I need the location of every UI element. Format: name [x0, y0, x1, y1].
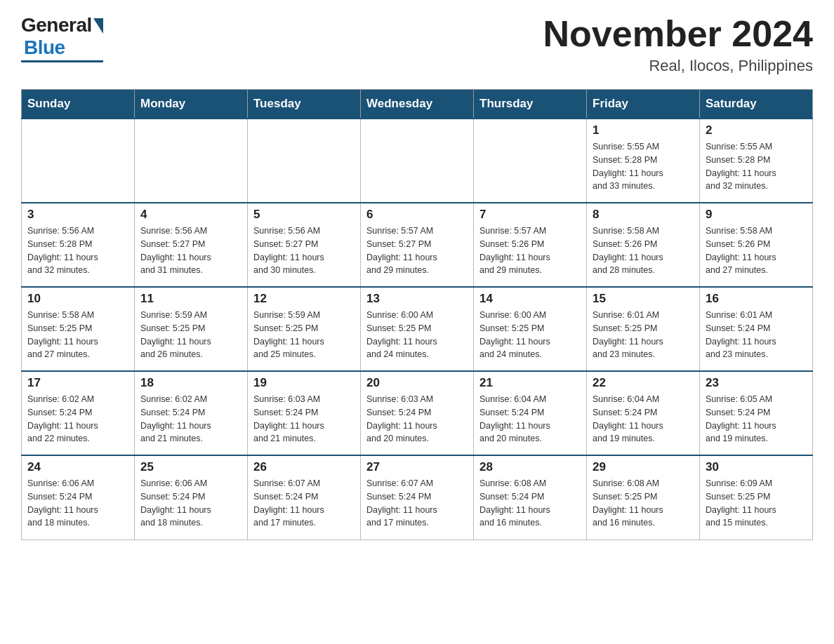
calendar-cell: 7Sunrise: 5:57 AMSunset: 5:26 PMDaylight… — [474, 203, 587, 287]
calendar-header-row: SundayMondayTuesdayWednesdayThursdayFrid… — [22, 90, 813, 119]
calendar-cell: 20Sunrise: 6:03 AMSunset: 5:24 PMDayligh… — [361, 371, 474, 455]
day-info: Sunrise: 6:07 AMSunset: 5:24 PMDaylight:… — [366, 477, 468, 530]
day-info: Sunrise: 6:01 AMSunset: 5:25 PMDaylight:… — [593, 309, 694, 361]
column-header-monday: Monday — [135, 90, 248, 119]
logo: General Blue — [21, 14, 103, 62]
calendar-cell: 3Sunrise: 5:56 AMSunset: 5:28 PMDaylight… — [22, 203, 135, 287]
logo-underline — [21, 60, 103, 62]
day-number: 6 — [366, 208, 468, 222]
day-number: 8 — [593, 208, 694, 222]
calendar-cell: 16Sunrise: 6:01 AMSunset: 5:24 PMDayligh… — [700, 287, 813, 371]
calendar-cell: 2Sunrise: 5:55 AMSunset: 5:28 PMDaylight… — [700, 119, 813, 203]
calendar-cell: 18Sunrise: 6:02 AMSunset: 5:24 PMDayligh… — [135, 371, 248, 455]
calendar-cell: 22Sunrise: 6:04 AMSunset: 5:24 PMDayligh… — [587, 371, 700, 455]
day-info: Sunrise: 5:59 AMSunset: 5:25 PMDaylight:… — [140, 309, 241, 361]
day-number: 13 — [366, 292, 468, 306]
calendar-cell: 13Sunrise: 6:00 AMSunset: 5:25 PMDayligh… — [361, 287, 474, 371]
day-info: Sunrise: 6:02 AMSunset: 5:24 PMDaylight:… — [27, 393, 128, 445]
day-number: 28 — [479, 460, 581, 474]
day-info: Sunrise: 6:00 AMSunset: 5:25 PMDaylight:… — [479, 309, 581, 361]
calendar-cell: 9Sunrise: 5:58 AMSunset: 5:26 PMDaylight… — [700, 203, 813, 287]
calendar-cell: 11Sunrise: 5:59 AMSunset: 5:25 PMDayligh… — [135, 287, 248, 371]
day-number: 21 — [479, 376, 581, 390]
day-number: 27 — [366, 460, 468, 474]
calendar-cell: 6Sunrise: 5:57 AMSunset: 5:27 PMDaylight… — [361, 203, 474, 287]
page-header: General Blue November 2024 Real, Ilocos,… — [21, 14, 813, 75]
day-info: Sunrise: 5:56 AMSunset: 5:27 PMDaylight:… — [253, 224, 355, 277]
calendar-cell — [248, 119, 361, 203]
calendar-cell: 25Sunrise: 6:06 AMSunset: 5:24 PMDayligh… — [135, 455, 248, 539]
title-section: November 2024 Real, Ilocos, Philippines — [543, 14, 813, 75]
column-header-sunday: Sunday — [22, 90, 135, 119]
day-info: Sunrise: 5:58 AMSunset: 5:26 PMDaylight:… — [593, 224, 694, 277]
day-info: Sunrise: 6:00 AMSunset: 5:25 PMDaylight:… — [366, 309, 468, 361]
calendar-cell: 26Sunrise: 6:07 AMSunset: 5:24 PMDayligh… — [248, 455, 361, 539]
calendar-title: November 2024 — [543, 14, 813, 54]
calendar-cell: 21Sunrise: 6:04 AMSunset: 5:24 PMDayligh… — [474, 371, 587, 455]
day-number: 2 — [706, 123, 807, 137]
calendar-cell: 10Sunrise: 5:58 AMSunset: 5:25 PMDayligh… — [22, 287, 135, 371]
day-info: Sunrise: 6:09 AMSunset: 5:25 PMDaylight:… — [706, 477, 807, 530]
day-number: 1 — [593, 123, 694, 137]
day-number: 18 — [140, 376, 241, 390]
day-info: Sunrise: 5:55 AMSunset: 5:28 PMDaylight:… — [593, 140, 694, 193]
day-info: Sunrise: 6:06 AMSunset: 5:24 PMDaylight:… — [27, 477, 128, 530]
logo-general-text: General — [21, 14, 92, 36]
week-row-2: 3Sunrise: 5:56 AMSunset: 5:28 PMDaylight… — [22, 203, 813, 287]
calendar-table: SundayMondayTuesdayWednesdayThursdayFrid… — [21, 89, 813, 540]
calendar-cell — [135, 119, 248, 203]
day-number: 12 — [253, 292, 355, 306]
calendar-cell: 28Sunrise: 6:08 AMSunset: 5:24 PMDayligh… — [474, 455, 587, 539]
day-info: Sunrise: 6:08 AMSunset: 5:24 PMDaylight:… — [479, 477, 581, 530]
day-info: Sunrise: 5:57 AMSunset: 5:27 PMDaylight:… — [366, 224, 468, 277]
day-info: Sunrise: 6:04 AMSunset: 5:24 PMDaylight:… — [593, 393, 694, 445]
calendar-subtitle: Real, Ilocos, Philippines — [543, 57, 813, 75]
column-header-saturday: Saturday — [700, 90, 813, 119]
day-number: 9 — [706, 208, 807, 222]
calendar-cell: 24Sunrise: 6:06 AMSunset: 5:24 PMDayligh… — [22, 455, 135, 539]
day-number: 15 — [593, 292, 694, 306]
day-number: 3 — [27, 208, 128, 222]
day-info: Sunrise: 5:59 AMSunset: 5:25 PMDaylight:… — [253, 309, 355, 361]
calendar-cell: 15Sunrise: 6:01 AMSunset: 5:25 PMDayligh… — [587, 287, 700, 371]
calendar-cell: 23Sunrise: 6:05 AMSunset: 5:24 PMDayligh… — [700, 371, 813, 455]
day-number: 26 — [253, 460, 355, 474]
day-number: 4 — [140, 208, 241, 222]
day-number: 29 — [593, 460, 694, 474]
day-number: 24 — [27, 460, 128, 474]
logo-blue-text: Blue — [24, 36, 65, 59]
day-number: 7 — [479, 208, 581, 222]
calendar-cell: 14Sunrise: 6:00 AMSunset: 5:25 PMDayligh… — [474, 287, 587, 371]
day-number: 5 — [253, 208, 355, 222]
day-number: 17 — [27, 376, 128, 390]
calendar-cell: 17Sunrise: 6:02 AMSunset: 5:24 PMDayligh… — [22, 371, 135, 455]
day-info: Sunrise: 5:58 AMSunset: 5:25 PMDaylight:… — [27, 309, 128, 361]
week-row-1: 1Sunrise: 5:55 AMSunset: 5:28 PMDaylight… — [22, 119, 813, 203]
day-info: Sunrise: 5:56 AMSunset: 5:28 PMDaylight:… — [27, 224, 128, 277]
day-info: Sunrise: 6:01 AMSunset: 5:24 PMDaylight:… — [706, 309, 807, 361]
day-info: Sunrise: 5:56 AMSunset: 5:27 PMDaylight:… — [140, 224, 241, 277]
day-info: Sunrise: 6:08 AMSunset: 5:25 PMDaylight:… — [593, 477, 694, 530]
day-number: 14 — [479, 292, 581, 306]
calendar-cell: 4Sunrise: 5:56 AMSunset: 5:27 PMDaylight… — [135, 203, 248, 287]
day-number: 22 — [593, 376, 694, 390]
calendar-cell: 29Sunrise: 6:08 AMSunset: 5:25 PMDayligh… — [587, 455, 700, 539]
calendar-cell — [474, 119, 587, 203]
column-header-thursday: Thursday — [474, 90, 587, 119]
day-info: Sunrise: 6:04 AMSunset: 5:24 PMDaylight:… — [479, 393, 581, 445]
calendar-cell — [22, 119, 135, 203]
day-info: Sunrise: 5:58 AMSunset: 5:26 PMDaylight:… — [706, 224, 807, 277]
calendar-cell — [361, 119, 474, 203]
day-info: Sunrise: 6:02 AMSunset: 5:24 PMDaylight:… — [140, 393, 241, 445]
day-number: 25 — [140, 460, 241, 474]
day-info: Sunrise: 5:57 AMSunset: 5:26 PMDaylight:… — [479, 224, 581, 277]
day-info: Sunrise: 6:06 AMSunset: 5:24 PMDaylight:… — [140, 477, 241, 530]
column-header-wednesday: Wednesday — [361, 90, 474, 119]
calendar-cell: 19Sunrise: 6:03 AMSunset: 5:24 PMDayligh… — [248, 371, 361, 455]
week-row-3: 10Sunrise: 5:58 AMSunset: 5:25 PMDayligh… — [22, 287, 813, 371]
calendar-cell: 12Sunrise: 5:59 AMSunset: 5:25 PMDayligh… — [248, 287, 361, 371]
day-number: 23 — [706, 376, 807, 390]
logo-triangle-icon — [93, 18, 103, 34]
day-number: 10 — [27, 292, 128, 306]
week-row-5: 24Sunrise: 6:06 AMSunset: 5:24 PMDayligh… — [22, 455, 813, 539]
